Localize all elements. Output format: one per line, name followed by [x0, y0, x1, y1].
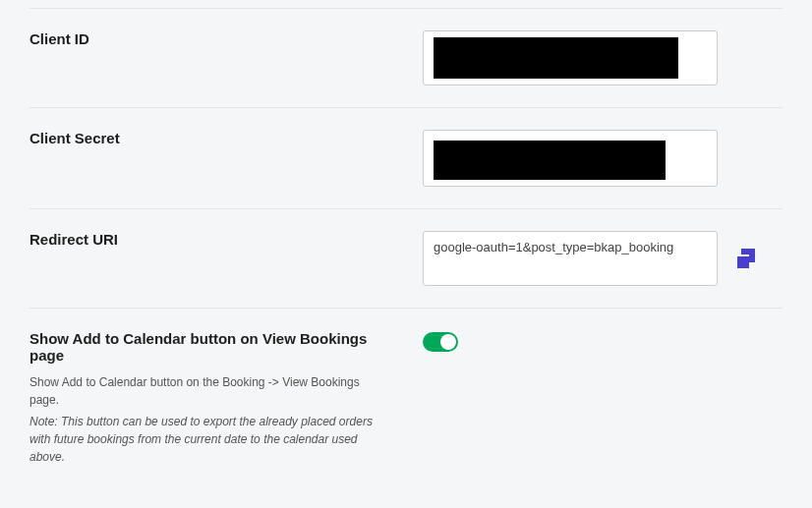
copy-icon[interactable] [735, 249, 755, 268]
note-show-add-calendar: Note: This button can be used to export … [29, 413, 374, 466]
toggle-knob [440, 334, 456, 350]
sub-show-add-calendar: Show Add to Calendar button on the Booki… [29, 373, 374, 409]
label-show-add-calendar: Show Add to Calendar button on View Book… [29, 330, 374, 364]
row-show-add-calendar: Show Add to Calendar button on View Book… [29, 309, 783, 487]
label-redirect-uri: Redirect URI [29, 231, 403, 248]
label-client-secret: Client Secret [29, 130, 403, 146]
input-client-secret[interactable] [423, 130, 718, 187]
row-client-id: Client ID [29, 8, 783, 107]
redacted-block [434, 37, 678, 79]
toggle-show-add-calendar[interactable] [423, 332, 458, 352]
input-client-id[interactable] [423, 30, 718, 85]
row-redirect-uri: Redirect URI google-oauth=1&post_type=bk… [29, 208, 783, 309]
redacted-block [434, 141, 666, 180]
input-redirect-uri[interactable]: google-oauth=1&post_type=bkap_booking [423, 231, 718, 286]
label-client-id: Client ID [29, 30, 403, 47]
row-client-secret: Client Secret [29, 107, 783, 208]
